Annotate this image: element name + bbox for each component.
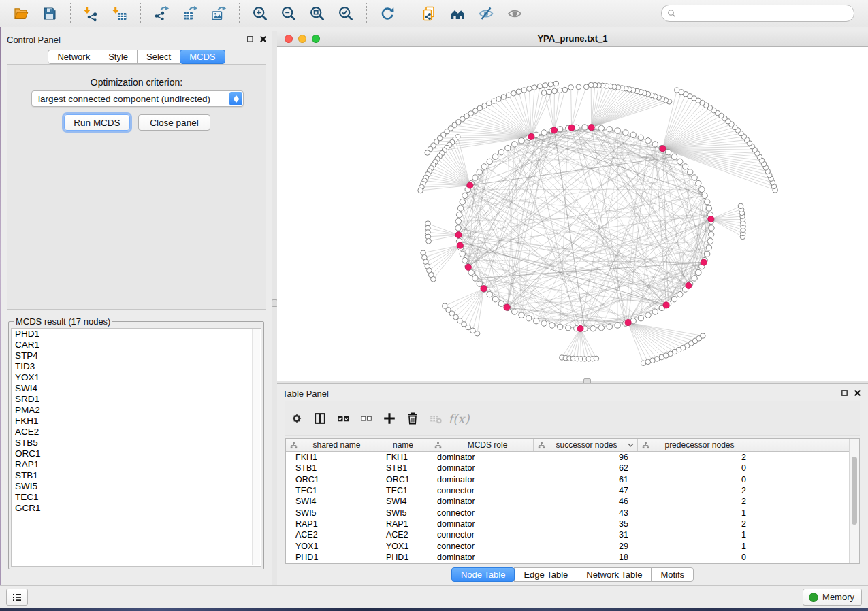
cell-predecessor-nodes: 2 bbox=[638, 452, 750, 462]
table-row[interactable]: STB1STB1dominator620 bbox=[286, 463, 859, 474]
cell-shared-name: FKH1 bbox=[286, 452, 376, 462]
table-scrollbar[interactable] bbox=[849, 439, 859, 563]
mcds-result-item[interactable]: PHD1 bbox=[12, 329, 261, 340]
mcds-result-item[interactable]: ORC1 bbox=[12, 448, 261, 459]
open-file-icon[interactable] bbox=[10, 3, 32, 24]
mcds-result-item[interactable]: TEC1 bbox=[12, 492, 261, 503]
mcds-result-item[interactable]: SWI5 bbox=[12, 481, 261, 492]
task-history-button[interactable] bbox=[6, 589, 28, 606]
table-row[interactable]: FKH1FKH1dominator962 bbox=[286, 452, 859, 463]
tab-mcds[interactable]: MCDS bbox=[180, 50, 225, 64]
mcds-list-scrollbar[interactable] bbox=[252, 329, 260, 565]
network-from-selection-icon[interactable] bbox=[418, 3, 440, 24]
run-mcds-button[interactable]: Run MCDS bbox=[64, 114, 130, 131]
panel-splitter-vertical[interactable] bbox=[272, 31, 277, 585]
network-graph[interactable] bbox=[277, 47, 868, 381]
column-header-successor-nodes[interactable]: successor nodes bbox=[534, 439, 638, 451]
table-row[interactable]: TEC1TEC1connector472 bbox=[286, 485, 859, 496]
column-header-MCDS-role[interactable]: MCDS role bbox=[430, 439, 534, 451]
mcds-result-item[interactable]: STB5 bbox=[12, 437, 261, 448]
delete-rows-icon[interactable] bbox=[401, 407, 424, 430]
zoom-out-icon[interactable] bbox=[278, 3, 300, 24]
delete-columns-icon[interactable] bbox=[424, 407, 447, 430]
export-network-icon[interactable] bbox=[150, 3, 172, 24]
function-builder-icon[interactable]: f(x) bbox=[447, 407, 470, 430]
table-toolbar: f(x) bbox=[285, 401, 860, 436]
network-view-frame: YPA_prune.txt_1 bbox=[277, 31, 868, 383]
tab-network[interactable]: Network bbox=[48, 50, 99, 64]
import-network-icon[interactable] bbox=[80, 3, 102, 24]
show-hidden-icon[interactable] bbox=[504, 3, 526, 24]
cell-MCDS-role: dominator bbox=[430, 519, 534, 529]
optimization-criterion-select[interactable]: largest connected component (undirected) bbox=[31, 90, 244, 107]
settings-icon[interactable] bbox=[285, 407, 308, 430]
zoom-fit-icon[interactable] bbox=[306, 3, 328, 24]
export-image-icon[interactable] bbox=[208, 3, 229, 24]
mcds-result-item[interactable]: TID3 bbox=[12, 361, 261, 372]
tab-network-table[interactable]: Network Table bbox=[577, 567, 652, 582]
close-table-panel-button[interactable] bbox=[852, 388, 862, 397]
table-row[interactable]: YOX1YOX1connector291 bbox=[286, 540, 859, 551]
zoom-in-icon[interactable] bbox=[249, 3, 271, 24]
deselect-all-icon[interactable] bbox=[355, 407, 378, 430]
close-panel-button[interactable]: Close panel bbox=[138, 114, 210, 131]
network-window-titlebar[interactable]: YPA_prune.txt_1 bbox=[277, 31, 868, 47]
mcds-result-list[interactable]: PHD1CAR1STP4TID3YOX1SWI4SRD1PMA2FKH1ACE2… bbox=[11, 328, 261, 567]
mcds-result-item[interactable]: CAR1 bbox=[12, 340, 261, 350]
memory-button[interactable]: Memory bbox=[803, 589, 862, 606]
show-columns-icon[interactable] bbox=[308, 407, 332, 430]
tab-style[interactable]: Style bbox=[99, 50, 138, 64]
export-table-icon[interactable] bbox=[179, 3, 201, 24]
table-row[interactable]: RAP1RAP1dominator352 bbox=[286, 518, 859, 529]
first-neighbors-icon[interactable] bbox=[447, 3, 468, 24]
mcds-result-item[interactable]: STP4 bbox=[12, 350, 261, 361]
table-row[interactable]: ACE2ACE2connector311 bbox=[286, 529, 859, 540]
table-row[interactable]: SWI5SWI5connector431 bbox=[286, 507, 859, 518]
attribute-icon bbox=[434, 442, 442, 449]
mcds-result-item[interactable]: PMA2 bbox=[12, 405, 261, 416]
cell-MCDS-role: dominator bbox=[430, 475, 534, 484]
mcds-result-item[interactable]: GCR1 bbox=[12, 503, 261, 514]
task-list-icon bbox=[11, 591, 23, 604]
refresh-icon[interactable] bbox=[376, 3, 398, 24]
tab-motifs[interactable]: Motifs bbox=[651, 567, 694, 582]
tab-edge-table[interactable]: Edge Table bbox=[514, 567, 577, 582]
table-row[interactable]: PHD1PHD1dominator180 bbox=[286, 552, 859, 563]
select-all-icon[interactable] bbox=[332, 407, 355, 430]
mcds-result-item[interactable]: ACE2 bbox=[12, 427, 261, 437]
toolbar-separator bbox=[366, 3, 367, 24]
network-canvas[interactable] bbox=[277, 47, 868, 381]
search-input[interactable] bbox=[679, 8, 849, 19]
table-scrollbar-thumb[interactable] bbox=[852, 457, 857, 525]
search-icon bbox=[666, 8, 677, 18]
float-control-panel-button[interactable] bbox=[245, 34, 255, 44]
mcds-result-group: MCDS result (17 nodes) PHD1CAR1STP4TID3Y… bbox=[8, 316, 264, 569]
attribute-icon bbox=[290, 442, 298, 449]
mcds-result-item[interactable]: FKH1 bbox=[12, 416, 261, 427]
column-label: shared name bbox=[298, 440, 376, 450]
hide-selected-icon[interactable] bbox=[475, 3, 497, 24]
add-row-icon[interactable] bbox=[378, 407, 401, 430]
column-header-predecessor-nodes[interactable]: predecessor nodes bbox=[638, 439, 750, 451]
zoom-selected-icon[interactable] bbox=[335, 3, 357, 24]
cell-MCDS-role: dominator bbox=[430, 497, 534, 506]
import-table-icon[interactable] bbox=[109, 3, 131, 24]
mcds-result-item[interactable]: SWI4 bbox=[12, 383, 261, 394]
mcds-result-item[interactable]: YOX1 bbox=[12, 372, 261, 383]
mcds-result-item[interactable]: RAP1 bbox=[12, 459, 261, 470]
tab-node-table[interactable]: Node Table bbox=[451, 567, 515, 582]
table-row[interactable]: SWI4SWI4dominator462 bbox=[286, 496, 859, 507]
float-table-panel-button[interactable] bbox=[839, 388, 849, 397]
mcds-result-item[interactable]: SRD1 bbox=[12, 394, 261, 405]
mcds-result-item[interactable]: STB1 bbox=[12, 470, 261, 481]
column-header-name[interactable]: name bbox=[376, 439, 430, 451]
tab-select[interactable]: Select bbox=[137, 50, 180, 64]
search-box[interactable] bbox=[661, 5, 854, 22]
sort-desc-icon bbox=[628, 443, 634, 447]
close-control-panel-button[interactable] bbox=[258, 34, 268, 44]
selected-criterion: largest connected component (undirected) bbox=[32, 94, 229, 104]
table-row[interactable]: ORC1ORC1dominator610 bbox=[286, 474, 859, 485]
save-session-icon[interactable] bbox=[39, 3, 61, 24]
cytoscape-window: Control Panel NetworkStyleSelectMCDS Opt… bbox=[0, 0, 868, 611]
column-header-shared-name[interactable]: shared name bbox=[286, 439, 376, 451]
